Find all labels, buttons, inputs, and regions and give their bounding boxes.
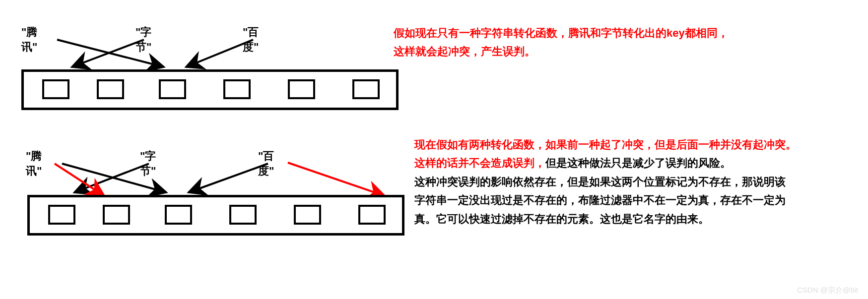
annotation-2-line4: 字符串一定没出现过是不存在的，布隆过滤器中不在一定为真，存在不一定为 (414, 191, 861, 209)
slot-1-1 (42, 79, 69, 99)
label-bytedance-2: "字节" (140, 149, 156, 179)
label-bytedance-1: "字节" (135, 25, 151, 55)
slot-2-2 (103, 205, 130, 225)
annotation-2-line2: 这样的话并不会造成误判，但是这种做法只是减少了误判的风险。 (414, 154, 861, 172)
annotation-2-line1: 现在假如有两种转化函数，如果前一种起了冲突，但是后面一种并没有起冲突。 (414, 135, 861, 154)
array-box-2 (27, 195, 404, 236)
annotation-2-line5: 真。它可以快速过滤掉不存在的元素。这也是它名字的由来。 (414, 210, 861, 228)
annotation-2-line2a: 这样的话并不会造成误判， (414, 157, 545, 169)
annotation-1-line2: 这样就会起冲突，产生误判。 (394, 42, 840, 60)
slot-2-5 (294, 205, 321, 225)
slot-1-5 (288, 79, 315, 99)
annotation-2: 现在假如有两种转化函数，如果前一种起了冲突，但是后面一种并没有起冲突。 这样的话… (414, 135, 861, 228)
slot-1-2 (97, 79, 124, 99)
label-baidu-2: "百度" (258, 149, 274, 179)
annotation-2-line2b: 但是这种做法只是减少了误判的风险。 (545, 157, 731, 169)
label-tencent-2: "腾讯" (26, 149, 42, 179)
annotation-1: 假如现在只有一种字符串转化函数，腾讯和字节转化出的key都相同， 这样就会起冲突… (394, 24, 840, 61)
annotation-2-line3: 这种冲突误判的影响依然存在，但是如果这两个位置标记为不存在，那说明该 (414, 173, 861, 191)
label-tencent-1: "腾讯" (21, 25, 37, 55)
slot-1-3 (159, 79, 186, 99)
slot-1-4 (223, 79, 251, 99)
watermark: CSDN @宗介@bit (797, 286, 858, 295)
annotation-1-line1: 假如现在只有一种字符串转化函数，腾讯和字节转化出的key都相同， (394, 24, 840, 42)
slot-2-4 (229, 205, 257, 225)
slot-2-3 (165, 205, 192, 225)
array-box-1 (21, 69, 399, 110)
slot-1-6 (352, 79, 380, 99)
slot-2-6 (358, 205, 386, 225)
slot-2-1 (48, 205, 75, 225)
label-baidu-1: "百度" (243, 25, 259, 55)
